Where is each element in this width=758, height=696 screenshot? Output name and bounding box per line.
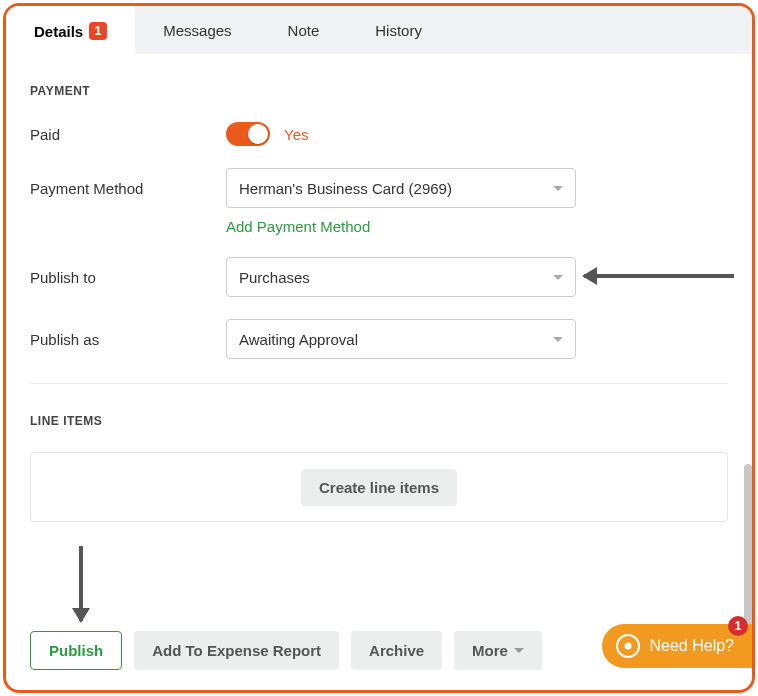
paid-toggle[interactable] — [226, 122, 270, 146]
main-panel: Details 1 Messages Note History PAYMENT … — [3, 3, 755, 693]
archive-button[interactable]: Archive — [351, 631, 442, 670]
paid-value: Yes — [284, 126, 308, 143]
payment-method-label: Payment Method — [30, 180, 226, 197]
annotation-arrow-horizontal — [584, 274, 734, 278]
line-items-box: Create line items — [30, 452, 728, 522]
need-help-badge: 1 — [728, 616, 748, 636]
content-area: PAYMENT Paid Yes Payment Method Herman's… — [6, 54, 752, 522]
create-line-items-button[interactable]: Create line items — [301, 469, 457, 506]
need-help-button[interactable]: Need Help? 1 — [602, 624, 753, 668]
publish-as-row: Publish as Awaiting Approval — [30, 319, 728, 359]
publish-to-value: Purchases — [239, 269, 310, 286]
toggle-knob — [248, 124, 268, 144]
add-expense-report-button[interactable]: Add To Expense Report — [134, 631, 339, 670]
tab-history[interactable]: History — [347, 6, 450, 54]
publish-as-label: Publish as — [30, 331, 226, 348]
divider — [30, 383, 728, 384]
tab-details-badge: 1 — [89, 22, 107, 40]
payment-method-select[interactable]: Herman's Business Card (2969) — [226, 168, 576, 208]
publish-as-select[interactable]: Awaiting Approval — [226, 319, 576, 359]
tab-messages[interactable]: Messages — [135, 6, 259, 54]
line-items-heading: LINE ITEMS — [30, 414, 728, 428]
chevron-down-icon — [553, 337, 563, 342]
publish-to-label: Publish to — [30, 269, 226, 286]
publish-to-select[interactable]: Purchases — [226, 257, 576, 297]
payment-method-row: Payment Method Herman's Business Card (2… — [30, 168, 728, 208]
tab-details-label: Details — [34, 23, 83, 40]
tab-bar: Details 1 Messages Note History — [6, 6, 752, 54]
more-button[interactable]: More — [454, 631, 542, 670]
payment-method-value: Herman's Business Card (2969) — [239, 180, 452, 197]
chevron-down-icon — [553, 186, 563, 191]
paid-label: Paid — [30, 126, 226, 143]
chevron-down-icon — [514, 648, 524, 653]
publish-button[interactable]: Publish — [30, 631, 122, 670]
tab-details[interactable]: Details 1 — [6, 6, 135, 54]
more-button-label: More — [472, 642, 508, 659]
chevron-down-icon — [553, 275, 563, 280]
need-help-label: Need Help? — [650, 637, 735, 655]
annotation-arrow-vertical — [79, 546, 83, 621]
lifebuoy-icon — [616, 634, 640, 658]
publish-as-value: Awaiting Approval — [239, 331, 358, 348]
add-payment-method-link[interactable]: Add Payment Method — [226, 218, 728, 235]
paid-row: Paid Yes — [30, 122, 728, 146]
tab-note[interactable]: Note — [260, 6, 348, 54]
payment-heading: PAYMENT — [30, 84, 728, 98]
